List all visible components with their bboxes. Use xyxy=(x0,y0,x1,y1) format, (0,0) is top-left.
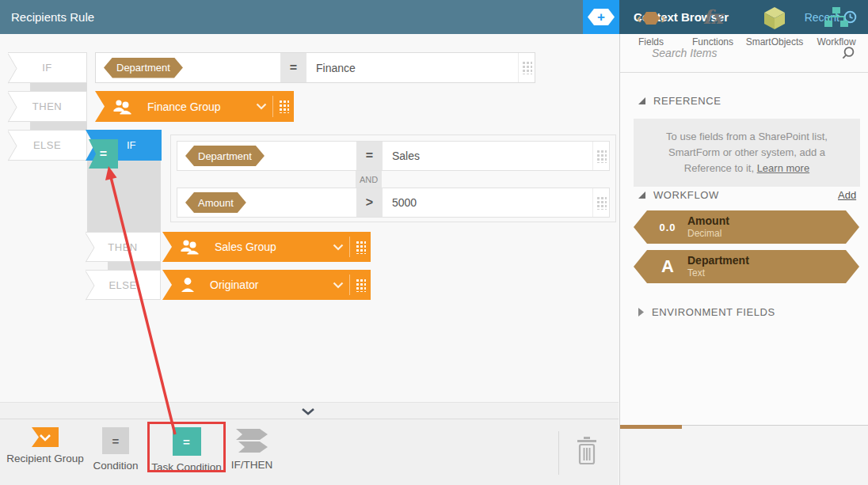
ifthen-icon xyxy=(236,428,268,453)
workflow-tree-icon xyxy=(823,5,850,32)
drag-dots-icon[interactable] xyxy=(279,100,289,113)
operator-equals[interactable]: = xyxy=(280,53,306,82)
toolbar-ifthen[interactable]: IF/THEN xyxy=(227,428,276,471)
step-connector xyxy=(30,83,87,91)
recipient-bar-originator[interactable]: Originator xyxy=(162,270,371,300)
tab-smartobjects[interactable]: SmartObjects xyxy=(744,5,805,57)
operator-equals[interactable]: = xyxy=(356,142,383,170)
person-icon xyxy=(180,277,196,293)
condition-value[interactable]: Sales xyxy=(383,142,592,170)
recipient-bar-finance-group[interactable]: Finance Group xyxy=(95,91,294,122)
field-name: Department xyxy=(687,254,749,268)
task-condition-icon: = xyxy=(173,427,201,456)
condition-value[interactable]: Finance xyxy=(306,53,518,82)
tab-workflow[interactable]: Workflow xyxy=(805,5,867,57)
condition-value[interactable]: 5000 xyxy=(383,188,592,217)
divider xyxy=(349,237,350,258)
if-box: IF xyxy=(8,52,87,83)
condition-row: Department = Sales xyxy=(177,141,610,171)
and-connector[interactable]: AND xyxy=(356,171,382,188)
section-workflow[interactable]: WORKFLOW xyxy=(638,189,719,201)
step-connector xyxy=(108,262,161,270)
chevron-down-icon[interactable] xyxy=(256,103,267,110)
field-tag-department[interactable]: Department xyxy=(104,58,183,78)
condition-left-field[interactable]: Department xyxy=(177,142,356,170)
reference-info-box: To use fields from a SharePoint list, Sm… xyxy=(634,119,860,187)
drag-dots-icon[interactable] xyxy=(356,278,366,292)
drag-dots-icon xyxy=(522,61,532,74)
drag-dots-icon[interactable] xyxy=(356,241,366,254)
field-plus-icon: + xyxy=(588,9,615,25)
nested-else-box: ELSE xyxy=(86,270,161,300)
step-connector xyxy=(30,122,87,130)
window-title-bar: Recipients Rule xyxy=(0,0,583,34)
group-icon xyxy=(180,239,200,255)
divider xyxy=(272,96,273,117)
group-icon xyxy=(112,99,133,115)
drag-dots-icon xyxy=(596,196,607,210)
condition-icon: = xyxy=(102,427,129,454)
drag-handle[interactable] xyxy=(518,53,535,82)
recipient-group-icon xyxy=(32,427,59,447)
toolbar-divider xyxy=(558,431,559,475)
section-reference[interactable]: REFERENCE xyxy=(638,95,721,107)
workflow-field-department[interactable]: A Department Text xyxy=(634,250,859,283)
chevron-down-icon[interactable] xyxy=(333,282,344,289)
field-tag-department[interactable]: Department xyxy=(185,146,265,166)
recipient-name: Originator xyxy=(210,278,333,291)
expand-triangle-icon xyxy=(638,308,644,316)
field-type: Text xyxy=(687,267,749,279)
chevron-down-icon xyxy=(301,407,315,415)
collapse-triangle-icon xyxy=(638,97,645,104)
section-environment-fields[interactable]: ENVIRONMENT FIELDS xyxy=(638,306,775,318)
learn-more-link[interactable]: Learn more xyxy=(757,162,809,174)
drag-dots-icon xyxy=(596,150,607,163)
recipient-name: Sales Group xyxy=(215,241,333,253)
add-field-button[interactable]: + xyxy=(583,0,619,34)
decimal-icon: 0.0 xyxy=(654,222,681,233)
page-title: Recipients Rule xyxy=(11,10,94,24)
collapse-toolbar-strip[interactable] xyxy=(0,402,619,419)
tab-fields[interactable]: ‹› Fields xyxy=(620,5,682,57)
nested-condition-group: Department = Sales AND Amount > 5000 xyxy=(170,135,616,222)
toolbar-task-condition[interactable]: = Task Condition xyxy=(147,427,226,473)
context-browser-tabbar xyxy=(619,425,868,485)
functions-icon: fx xyxy=(703,5,723,32)
divider xyxy=(349,275,350,296)
recipient-name: Finance Group xyxy=(147,100,256,113)
chevron-down-icon[interactable] xyxy=(333,244,344,251)
workflow-add-link[interactable]: Add xyxy=(838,189,856,201)
drag-handle[interactable] xyxy=(592,188,609,217)
field-name: Amount xyxy=(687,214,729,229)
recipient-bar-sales-group[interactable]: Sales Group xyxy=(162,232,371,262)
field-type: Decimal xyxy=(687,228,729,240)
toolbar-recipient-group[interactable]: Recipient Group xyxy=(2,427,89,464)
toolbar-condition[interactable]: = Condition xyxy=(89,427,143,472)
tab-functions[interactable]: fx Functions xyxy=(682,5,744,57)
trash-icon[interactable] xyxy=(575,436,599,466)
condition-left-field[interactable]: Department xyxy=(96,53,280,82)
operator-greater-than[interactable]: > xyxy=(356,188,383,217)
collapse-triangle-icon xyxy=(638,191,645,199)
drag-handle[interactable] xyxy=(592,142,609,170)
nested-spine xyxy=(87,160,161,232)
text-icon: A xyxy=(654,256,681,277)
condition-row: Department = Finance xyxy=(95,52,535,83)
else-box: ELSE xyxy=(8,130,87,161)
smartobjects-cube-icon xyxy=(761,5,788,32)
workflow-field-amount[interactable]: 0.0 Amount Decimal xyxy=(634,210,859,244)
nested-then-box: THEN xyxy=(86,232,161,262)
field-tag-amount[interactable]: Amount xyxy=(185,192,246,213)
condition-row: Amount > 5000 xyxy=(177,188,610,218)
then-box: THEN xyxy=(8,91,87,122)
fields-icon: ‹› xyxy=(637,5,666,32)
active-tab-indicator xyxy=(620,425,682,429)
condition-left-field[interactable]: Amount xyxy=(177,188,356,217)
